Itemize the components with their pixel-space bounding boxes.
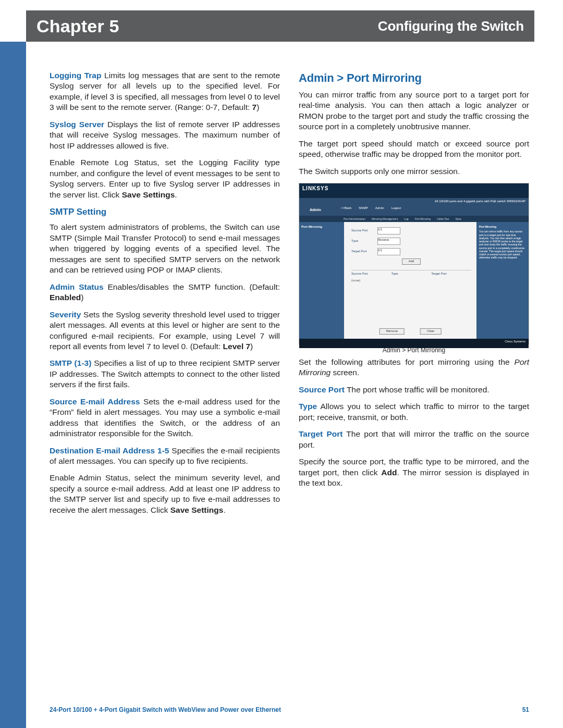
para-set-attrs: Set the following attributes for port mi… <box>299 357 529 378</box>
para-syslog-server: Syslog Server Displays the list of remot… <box>50 119 280 151</box>
term-target-port: Target Port <box>299 429 342 438</box>
footer-page-number: 51 <box>522 706 529 713</box>
para-source-port: Source Port The port whose traffic will … <box>299 385 529 395</box>
term-dest-email: Destination E-mail Address 1-5 <box>50 446 169 455</box>
screenshot-clear-button: Clear <box>420 328 441 335</box>
para-smtp13: SMTP (1-3) Specifies a list of up to thr… <box>50 358 280 390</box>
screenshot-tab: <<Back <box>341 206 351 211</box>
page-footer: 24-Port 10/100 + 4-Port Gigabit Switch w… <box>50 706 529 713</box>
screenshot-tab: SNMP <box>359 206 368 211</box>
para-logging-trap: Logging Trap Limits log messages that ar… <box>50 70 280 113</box>
screenshot-tab: Admin <box>375 206 384 211</box>
screenshot-main: Source Port 1/1 Type Receive Target Port… <box>344 222 476 339</box>
term-logging-trap: Logging Trap <box>50 71 101 80</box>
heading-port-mirroring: Admin > Port Mirroring <box>299 70 529 85</box>
screenshot-cisco-logo: Cisco Systems <box>505 340 525 344</box>
para-smtp-intro: To alert system administrators of proble… <box>50 222 280 275</box>
screenshot-subnav: Port Administration Mirroring Management… <box>299 216 529 222</box>
screenshot-tab: Logout <box>391 206 401 211</box>
chapter-header: Chapter 5 Configuring the Switch <box>26 10 534 42</box>
chapter-title: Chapter 5 <box>36 16 119 36</box>
para-enable-remote: Enable Remote Log Status, set the Loggin… <box>50 157 280 200</box>
screenshot-product: 24 10/100 ports and 4 gigabit ports with… <box>435 200 525 204</box>
para-severity: Severity Sets the Syslog severity thresh… <box>50 310 280 352</box>
screenshot-section: Admin <box>310 207 321 212</box>
term-admin-status: Admin Status <box>50 282 104 291</box>
para-pm-1: You can mirror traffic from any source p… <box>299 90 529 132</box>
term-severity: Severity <box>50 310 81 319</box>
heading-smtp-setting: SMTP Setting <box>50 206 280 218</box>
term-syslog-server: Syslog Server <box>50 120 104 129</box>
term-smtp13: SMTP (1-3) <box>50 359 91 367</box>
para-closing: Enable Admin Status, select the minimum … <box>50 473 280 515</box>
left-column: Logging Trap Limits log messages that ar… <box>50 70 280 697</box>
para-target-port: Target Port The port that will mirror th… <box>299 429 529 450</box>
screenshot-side-label: Port Mirroring <box>299 222 344 339</box>
screenshot-topnav: 24 10/100 ports and 4 gigabit ports with… <box>299 198 529 216</box>
para-type: Type Allows you to select which traffic … <box>299 401 529 423</box>
screenshot-help-panel: Port Mirroring You can mirror traffic fr… <box>476 222 529 339</box>
chapter-section: Configuring the Switch <box>378 18 524 34</box>
screenshot-brand: LINKSYS <box>299 183 529 198</box>
screenshot-target-port-select: 1/1 <box>377 248 400 255</box>
para-admin-status: Admin Status Enables/disables the SMTP f… <box>50 282 280 303</box>
para-pm-3: The Switch supports only one mirror sess… <box>299 166 529 177</box>
left-accent-bar <box>0 42 26 728</box>
screenshot-remove-button: Remove <box>380 328 405 335</box>
para-source-email: Source E-mail Address Sets the e-mail ad… <box>50 397 280 439</box>
term-source-port: Source Port <box>299 385 345 394</box>
term-type: Type <box>299 402 317 411</box>
screenshot-type-select: Receive <box>377 238 400 245</box>
term-source-email: Source E-mail Address <box>50 397 140 406</box>
para-dest-email: Destination E-mail Address 1-5 Specifies… <box>50 446 280 467</box>
footer-product: 24-Port 10/100 + 4-Port Gigabit Switch w… <box>50 706 281 713</box>
screenshot-source-port-select: 1/1 <box>377 227 400 235</box>
screenshot-tabs: <<Back SNMP Admin Logout <box>341 206 401 211</box>
para-pm-2: The target port speed should match or ex… <box>299 139 529 160</box>
screenshot-add-button: Add <box>402 258 421 265</box>
screenshot-port-mirroring: LINKSYS 24 10/100 ports and 4 gigabit po… <box>299 183 529 355</box>
right-column: Admin > Port Mirroring You can mirror tr… <box>299 70 529 697</box>
para-specify: Specify the source port, the traffic typ… <box>299 456 529 488</box>
